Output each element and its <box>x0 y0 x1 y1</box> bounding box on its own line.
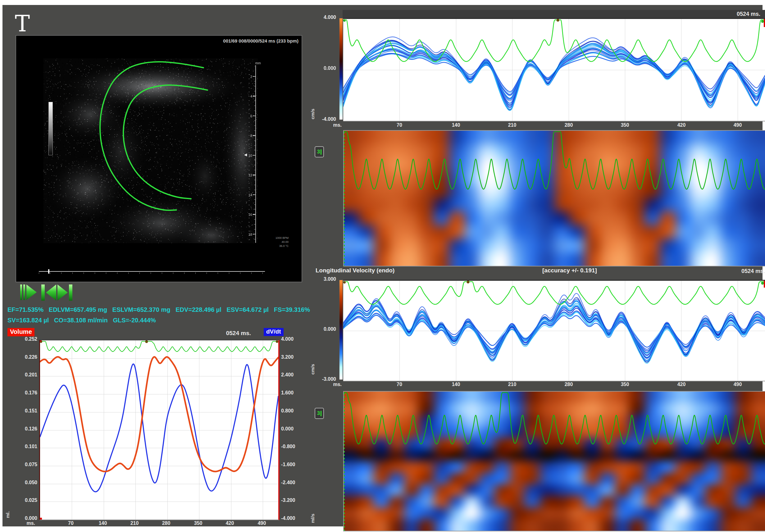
velocity-colorbar <box>339 18 343 120</box>
x-tick: 420 <box>669 382 694 387</box>
x-tick: 490 <box>251 521 273 526</box>
x-tick: 490 <box>725 382 750 387</box>
acquisition-info: 1000 BPM 40.00 36.0 °C <box>276 236 289 248</box>
y-tick: 0.176 <box>15 390 37 396</box>
y-tick: 0.151 <box>15 408 37 414</box>
depth-tick: 6 <box>239 114 252 118</box>
y-tick: 0.800 <box>281 408 294 414</box>
three-d-icon: 3 <box>317 410 320 416</box>
cine-timeline-thumb[interactable] <box>48 269 49 273</box>
y-tick: -4.000 <box>281 516 295 521</box>
y-tick: 0.101 <box>15 444 37 449</box>
velocity-top-y-unit: cm/s <box>310 109 315 119</box>
depth-tick: 12 <box>239 173 252 177</box>
previous-frame-button[interactable] <box>41 284 56 300</box>
y-tick: 0.050 <box>15 480 37 485</box>
x-tick: 420 <box>669 122 694 128</box>
flow-map-y-unit: ml/s <box>310 514 315 523</box>
y-tick: 0.000 <box>313 326 336 332</box>
y-tick: 0.000 <box>281 426 294 432</box>
volume-dvdt-chart[interactable] <box>39 340 280 520</box>
cardiac-measurements-line1: EF=71.535% EDLVM=657.495 mg ESLVM=652.37… <box>7 306 310 313</box>
y-tick: 0.252 <box>15 336 37 342</box>
velocity-colorbar <box>339 280 343 380</box>
x-tick: 140 <box>92 521 114 526</box>
depth-ruler-line <box>255 65 256 243</box>
y-tick: 0.226 <box>15 354 37 360</box>
y-tick: -1.600 <box>281 462 295 467</box>
acquisition-info-line: 36.0 °C <box>276 244 289 248</box>
velocity-top-time-label: 0524 ms. <box>714 11 760 17</box>
cine-timeline-ticks <box>39 272 265 274</box>
x-tick: 70 <box>60 521 82 526</box>
x-tick: 210 <box>500 122 524 128</box>
depth-tick: 8 <box>239 134 252 138</box>
velocity-top-header-strip <box>343 10 765 18</box>
grayscale-colorbar <box>48 102 53 155</box>
flow-color-mmode-bottom[interactable] <box>343 391 765 531</box>
x-tick: 420 <box>219 521 241 526</box>
y-tick: -0.800 <box>281 444 295 449</box>
play-button[interactable] <box>20 284 37 300</box>
acquisition-info-line: 1000 BPM <box>276 236 289 240</box>
x-tick: 490 <box>725 122 750 128</box>
velocity-traces-chart-bottom[interactable] <box>343 280 765 381</box>
x-tick: 140 <box>443 122 468 128</box>
depth-tick: 16 <box>239 213 252 217</box>
x-tick: 350 <box>187 521 209 526</box>
velocity-traces-chart-top[interactable] <box>343 18 765 122</box>
depth-ruler-minor-ticks <box>254 76 255 244</box>
next-frame-button[interactable] <box>57 284 72 300</box>
x-tick: 210 <box>124 521 145 526</box>
workstation-screen: T 001/69 008/0000/524 ms (233 bpm) mm 2 … <box>0 0 765 532</box>
y-tick: 1.600 <box>281 390 294 396</box>
y-tick: 0.075 <box>15 462 37 467</box>
y-tick: 4.000 <box>281 336 294 342</box>
x-tick: 70 <box>387 382 412 387</box>
dvdt-axis-badge: dV/dt <box>264 328 284 336</box>
x-tick: 210 <box>500 382 524 387</box>
y-tick: -2.400 <box>281 480 295 485</box>
y-tick: 2.400 <box>281 372 294 378</box>
x-tick: 280 <box>556 382 581 387</box>
x-tick: 70 <box>387 122 412 128</box>
cine-frame-info: 001/69 008/0000/524 ms (233 bpm) <box>223 38 299 44</box>
y-tick: 0.126 <box>15 426 37 432</box>
y-tick: -3.200 <box>281 498 295 503</box>
x-axis-unit: ms. <box>324 122 342 128</box>
y-tick: -3.000 <box>313 376 336 382</box>
volume-time-label: 0524 ms. <box>208 330 251 337</box>
trace-mode-title: Longitudinal Velocity (endo) <box>316 267 394 274</box>
cine-timeline-track[interactable] <box>39 271 265 272</box>
velocity-color-mmode-top[interactable] <box>343 130 765 266</box>
depth-ruler-unit: mm <box>247 61 261 65</box>
y-tick: -4.000 <box>313 117 336 122</box>
y-tick: 0.000 <box>313 66 336 71</box>
analysis-app-background: T 001/69 008/0000/524 ms (233 bpm) mm 2 … <box>2 5 763 526</box>
bmode-ultrasound-image[interactable] <box>44 58 258 243</box>
y-tick: 0.201 <box>15 372 37 378</box>
y-tick: 0.025 <box>15 498 37 503</box>
x-tick: 350 <box>612 122 637 128</box>
velocity-bottom-y-unit: cm/s <box>310 364 315 374</box>
three-d-view-button[interactable]: 3 <box>315 408 324 419</box>
bmode-image-panel: 001/69 008/0000/524 ms (233 bpm) mm 2 4 … <box>16 35 302 282</box>
depth-tick: 4 <box>239 94 252 98</box>
three-d-view-button[interactable]: 3 <box>315 146 324 158</box>
focus-depth-marker-icon: ◀ <box>244 153 247 157</box>
x-tick: 280 <box>155 521 177 526</box>
cardiac-measurements-line2: SV=163.824 µl CO=38.108 ml/min GLS=-20.4… <box>7 317 156 324</box>
y-tick: 3.000 <box>313 276 336 282</box>
y-tick: 4.000 <box>313 15 336 20</box>
three-d-icon: 3 <box>317 149 320 155</box>
volume-axis-badge: Volume <box>7 328 34 336</box>
depth-tick: 18 <box>239 233 252 236</box>
x-tick: 140 <box>443 382 468 387</box>
acquisition-info-line: 40.00 <box>276 240 289 244</box>
figure-panel-label: T <box>15 11 30 37</box>
x-axis-unit: ms. <box>16 521 35 526</box>
depth-tick: 14 <box>239 193 252 197</box>
x-tick: 350 <box>612 382 637 387</box>
y-tick: 3.200 <box>281 354 294 360</box>
volume-y-axis-unit: ml. <box>5 511 10 518</box>
